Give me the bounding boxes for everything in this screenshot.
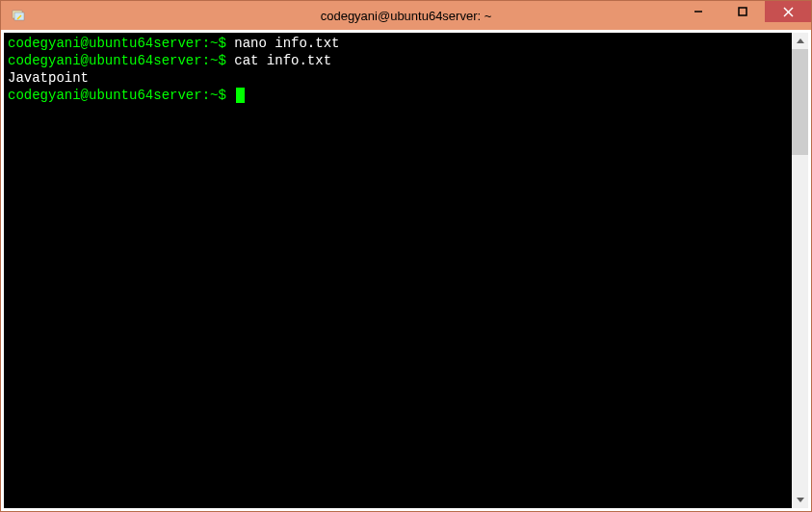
terminal-line: codegyani@ubuntu64server:~$	[8, 87, 788, 104]
prompt: codegyani@ubuntu64server:~$	[8, 88, 226, 103]
prompt: codegyani@ubuntu64server:~$	[8, 36, 226, 51]
app-icon	[9, 6, 28, 25]
scroll-down-button[interactable]	[792, 492, 808, 508]
terminal-line: codegyani@ubuntu64server:~$ cat info.txt	[8, 52, 788, 69]
output-text: Javatpoint	[8, 70, 89, 86]
close-button[interactable]	[765, 1, 811, 22]
window-controls	[676, 1, 811, 30]
command-text: cat info.txt	[226, 53, 331, 68]
command-text: nano info.txt	[226, 36, 340, 51]
svg-marker-7	[797, 38, 804, 43]
scroll-thumb[interactable]	[792, 49, 808, 155]
command-text	[226, 88, 234, 103]
cursor	[236, 88, 245, 103]
terminal[interactable]: codegyani@ubuntu64server:~$ nano info.tx…	[4, 33, 792, 508]
titlebar[interactable]: codegyani@ubuntu64server: ~	[1, 1, 811, 30]
scroll-up-button[interactable]	[792, 33, 808, 49]
svg-rect-4	[739, 8, 747, 15]
scrollbar[interactable]	[792, 33, 808, 508]
scroll-track[interactable]	[792, 49, 808, 492]
terminal-window: codegyani@ubuntu64server: ~ codegyani@ub…	[0, 0, 812, 512]
minimize-button[interactable]	[676, 1, 720, 22]
prompt: codegyani@ubuntu64server:~$	[8, 53, 226, 68]
svg-marker-8	[797, 498, 804, 502]
maximize-button[interactable]	[720, 1, 765, 22]
terminal-container: codegyani@ubuntu64server:~$ nano info.tx…	[1, 30, 811, 511]
terminal-line: Javatpoint	[8, 69, 788, 87]
terminal-line: codegyani@ubuntu64server:~$ nano info.tx…	[8, 35, 788, 52]
window-title: codegyani@ubuntu64server: ~	[321, 9, 492, 23]
